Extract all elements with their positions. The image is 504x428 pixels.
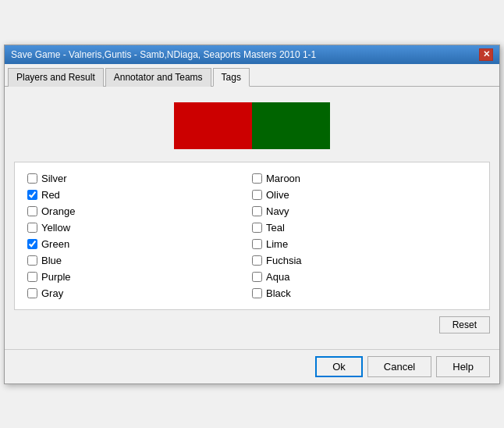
label-lime: Lime [266, 238, 288, 250]
label-silver: Silver [41, 173, 67, 184]
checkbox-item-maroon[interactable]: Maroon [252, 170, 477, 187]
checkbox-gray[interactable] [27, 288, 37, 298]
label-fuchsia: Fuchsia [266, 255, 302, 266]
checkbox-item-blue[interactable]: Blue [27, 252, 252, 269]
checkbox-item-red[interactable]: Red [27, 187, 252, 203]
label-aqua: Aqua [266, 271, 289, 283]
checkbox-black[interactable] [252, 288, 262, 298]
checkbox-area: Silver Red Orange Yellow [14, 162, 490, 310]
checkbox-aqua[interactable] [252, 272, 262, 282]
checkbox-item-black[interactable]: Black [252, 285, 477, 301]
checkbox-column-left: Silver Red Orange Yellow [27, 170, 252, 301]
checkbox-columns: Silver Red Orange Yellow [27, 170, 477, 301]
checkbox-item-olive[interactable]: Olive [252, 187, 477, 203]
close-button[interactable]: ✕ [479, 48, 493, 61]
checkbox-item-aqua[interactable]: Aqua [252, 269, 477, 285]
checkbox-item-orange[interactable]: Orange [27, 203, 252, 219]
checkbox-lime[interactable] [252, 239, 262, 249]
checkbox-purple[interactable] [27, 272, 37, 282]
checkbox-item-green[interactable]: Green [27, 236, 252, 252]
cancel-button[interactable]: Cancel [367, 356, 431, 377]
checkbox-navy[interactable] [252, 206, 262, 216]
label-gray: Gray [41, 287, 63, 299]
footer-buttons: Ok Cancel Help [5, 349, 499, 383]
label-purple: Purple [41, 271, 71, 283]
main-window: Save Game - Valneris,Guntis - Samb,NDiag… [4, 45, 500, 384]
ok-button[interactable]: Ok [315, 356, 363, 377]
checkbox-column-right: Maroon Olive Navy Teal [252, 170, 477, 301]
tab-annotator[interactable]: Annotator and Teams [105, 68, 211, 87]
checkbox-red[interactable] [27, 190, 37, 200]
help-button[interactable]: Help [436, 356, 490, 377]
reset-button[interactable]: Reset [439, 316, 490, 333]
label-red: Red [41, 189, 60, 201]
checkbox-item-navy[interactable]: Navy [252, 203, 477, 219]
label-olive: Olive [266, 189, 289, 201]
color-preview [14, 102, 490, 149]
checkbox-green[interactable] [27, 239, 37, 249]
checkbox-fuchsia[interactable] [252, 255, 262, 266]
tabs-bar: Players and Result Annotator and Teams T… [5, 64, 499, 87]
checkbox-silver[interactable] [27, 173, 37, 184]
checkbox-blue[interactable] [27, 255, 37, 266]
checkbox-item-yellow[interactable]: Yellow [27, 219, 252, 236]
color-swatch [174, 102, 330, 149]
checkbox-orange[interactable] [27, 206, 37, 216]
checkbox-teal[interactable] [252, 223, 262, 233]
swatch-red [174, 102, 252, 149]
label-green: Green [41, 238, 69, 250]
label-black: Black [266, 287, 291, 299]
label-orange: Orange [41, 205, 75, 217]
label-yellow: Yellow [41, 222, 70, 234]
label-teal: Teal [266, 222, 285, 234]
title-bar: Save Game - Valneris,Guntis - Samb,NDiag… [5, 45, 499, 64]
checkbox-item-silver[interactable]: Silver [27, 170, 252, 187]
window-title: Save Game - Valneris,Guntis - Samb,NDiag… [11, 49, 316, 60]
reset-row: Reset [14, 316, 490, 333]
label-maroon: Maroon [266, 173, 300, 184]
checkbox-item-lime[interactable]: Lime [252, 236, 477, 252]
tab-players[interactable]: Players and Result [8, 68, 104, 87]
checkbox-item-gray[interactable]: Gray [27, 285, 252, 301]
tab-tags[interactable]: Tags [213, 68, 250, 87]
checkbox-item-fuchsia[interactable]: Fuchsia [252, 252, 477, 269]
checkbox-item-teal[interactable]: Teal [252, 219, 477, 236]
checkbox-maroon[interactable] [252, 173, 262, 184]
checkbox-olive[interactable] [252, 190, 262, 200]
checkbox-item-purple[interactable]: Purple [27, 269, 252, 285]
swatch-green [252, 102, 330, 149]
label-blue: Blue [41, 255, 62, 266]
tab-content-tags: Silver Red Orange Yellow [5, 87, 499, 349]
label-navy: Navy [266, 205, 289, 217]
checkbox-yellow[interactable] [27, 223, 37, 233]
